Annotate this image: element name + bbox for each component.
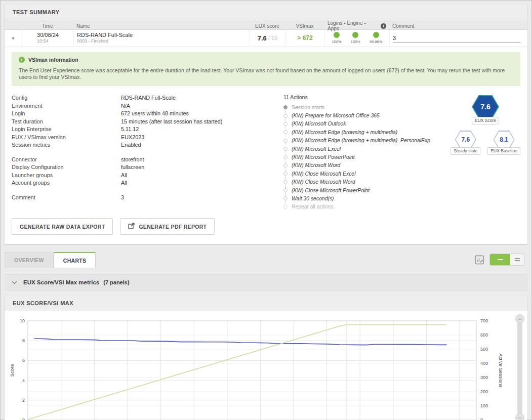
- config-row: Launcher groupsAll: [12, 172, 283, 180]
- y-axis-range-slider[interactable]: [517, 319, 522, 418]
- eux-score-denominator: / 10: [268, 35, 277, 41]
- test-summary-card: TEST SUMMARY Time Name EUX score VSImax …: [5, 5, 527, 244]
- eux-vsimax-chart: 0510152025303540455055606502468100100200…: [9, 315, 505, 420]
- config-value: Enabled: [121, 141, 141, 149]
- layout-single-column-button[interactable]: [490, 254, 510, 265]
- action-step-icon: [283, 196, 288, 200]
- svg-text:300: 300: [480, 375, 488, 380]
- summary-table-header: Time Name EUX score VSImax Logins - Engi…: [5, 20, 527, 30]
- config-value: 672 users within 48 minutes: [121, 110, 189, 118]
- action-step-icon: [283, 155, 288, 159]
- actions-panel: 11 Actions Session starts(KW) Prepare fo…: [283, 94, 451, 211]
- config-row: Display Configurationfullscreen: [12, 163, 283, 172]
- status-engine: 100%: [351, 32, 360, 44]
- vsimax-value: > 672: [297, 34, 312, 41]
- config-label: Environment: [12, 102, 121, 110]
- action-step-icon: [283, 122, 288, 126]
- test-name: RDS-RAND Full-Scale: [77, 32, 133, 38]
- svg-text:0: 0: [480, 417, 483, 420]
- action-label: (KW) Microsoft Edge (browsing + multimed…: [292, 138, 430, 143]
- section-eux-vsimax-metrics[interactable]: EUX Score/VSI Max metrics (7 panels): [5, 274, 527, 290]
- config-row: EnvironmentN/A: [12, 102, 283, 110]
- svg-text:Active Sessions: Active Sessions: [498, 354, 504, 388]
- comment-input[interactable]: [393, 34, 520, 43]
- action-label: (KW) Close Microsoft Excel: [292, 171, 355, 177]
- tab-overview[interactable]: OVERVIEW: [5, 252, 54, 268]
- svg-text:200: 200: [480, 389, 488, 394]
- action-step-icon: [283, 139, 288, 143]
- hexagon-icon: 7.6: [472, 95, 499, 118]
- vsimax-info-banner: i VSImax information The End User Experi…: [12, 52, 520, 86]
- config-value: All: [121, 172, 127, 180]
- config-list: ConfigRDS-RAND Full-ScaleEnvironmentN/AL…: [12, 94, 283, 211]
- action-label: (KW) Close Microsoft PowerPoint: [292, 188, 370, 193]
- config-value: 3: [121, 194, 124, 202]
- steady-state-badge: 7.6 Steady state: [451, 131, 480, 155]
- action-item: Session starts: [283, 103, 451, 111]
- action-label: (KW) Prepare for Microsoft Office 365: [292, 113, 380, 118]
- export-buttons: GENERATE RAW DATA EXPORT GENERATE PDF RE…: [5, 212, 527, 244]
- svg-text:600: 600: [480, 332, 488, 338]
- action-item: (KW) Microsoft Edge (browsing + multimed…: [283, 128, 451, 136]
- status-percent: 100%: [332, 39, 342, 44]
- config-row: Connectorstorefront: [12, 156, 283, 164]
- config-label: Session metrics: [12, 141, 121, 149]
- summary-row[interactable]: ▾ 30/08/24 10:54 RDS-RAND Full-Scale 000…: [5, 30, 527, 47]
- action-item: Wait 30 second(s): [283, 194, 451, 202]
- customize-charts-icon[interactable]: [475, 255, 484, 265]
- action-label: Wait 30 second(s): [292, 196, 334, 201]
- eux-score-hex-value: 7.6: [473, 96, 498, 117]
- config-label: Config: [12, 94, 121, 102]
- action-step-icon: [283, 105, 288, 109]
- svg-text:10: 10: [20, 318, 25, 323]
- action-label: (KW) Close Microsoft Word: [292, 179, 355, 185]
- info-icon[interactable]: i: [381, 23, 386, 29]
- test-date: 30/08/24: [37, 32, 59, 38]
- config-label: Connector: [12, 156, 121, 164]
- config-value: fullscreen: [121, 163, 144, 172]
- tabs-bar: OVERVIEW CHARTS: [5, 252, 527, 268]
- config-row: Account groupsAll: [12, 179, 283, 187]
- row-expand-icon[interactable]: ▾: [12, 35, 14, 41]
- config-value: storefront: [121, 156, 144, 164]
- status-apps: 99.86%: [370, 32, 382, 44]
- config-value: All: [121, 179, 127, 187]
- layout-toggle: [489, 254, 524, 266]
- generate-raw-data-export-button[interactable]: GENERATE RAW DATA EXPORT: [12, 218, 113, 235]
- slider-handle-top[interactable]: [515, 314, 524, 323]
- action-item: Repeat all actions: [283, 203, 451, 211]
- svg-text:6: 6: [22, 358, 25, 363]
- config-label: Login: [12, 110, 121, 118]
- config-row: EUX / VSImax versionEUX2023: [12, 134, 283, 142]
- svg-text:Score: Score: [9, 364, 15, 377]
- config-row: Login672 users within 48 minutes: [12, 110, 283, 118]
- eux-baseline-badge-label: EUX Baseline: [487, 147, 520, 155]
- layout-list-button[interactable]: [510, 254, 524, 265]
- eux-vsimax-chart-card: EUX SCORE/VSI MAX 0510152025303540455055…: [5, 296, 527, 420]
- action-label: (KW) Microsoft Outlook: [292, 121, 346, 127]
- svg-text:400: 400: [480, 361, 488, 366]
- config-value: 15 minutes (after last session has start…: [121, 118, 222, 126]
- tab-charts[interactable]: CHARTS: [54, 252, 96, 268]
- action-item: (KW) Close Microsoft Excel: [283, 170, 451, 178]
- action-step-icon: [283, 114, 288, 118]
- export-icon: [128, 223, 135, 230]
- svg-text:700: 700: [480, 318, 488, 323]
- config-label: Display Configuration: [12, 163, 121, 172]
- chart-panel-title: EUX SCORE/VSI MAX: [5, 296, 527, 311]
- action-step-icon: [283, 147, 288, 151]
- eux-score-badge: 7.6 EUX Score: [472, 95, 499, 124]
- config-label: Test duration: [12, 118, 121, 126]
- test-subname: 0003 - Finished: [77, 38, 133, 44]
- config-row: Test duration15 minutes (after last sess…: [12, 118, 283, 126]
- config-label: Account groups: [12, 179, 121, 187]
- generate-pdf-report-button[interactable]: GENERATE PDF REPORT: [120, 218, 215, 235]
- action-item: (KW) Close Microsoft PowerPoint: [283, 186, 451, 194]
- actions-title: 11 Actions: [283, 94, 451, 100]
- svg-text:8: 8: [22, 338, 25, 343]
- config-row: Comment3: [12, 194, 283, 202]
- config-row: Session metricsEnabled: [12, 141, 283, 149]
- steady-state-hex-value: 7.6: [456, 132, 475, 148]
- slider-handle-bottom[interactable]: [515, 413, 524, 420]
- action-item: (KW) Microsoft Excel: [283, 145, 451, 153]
